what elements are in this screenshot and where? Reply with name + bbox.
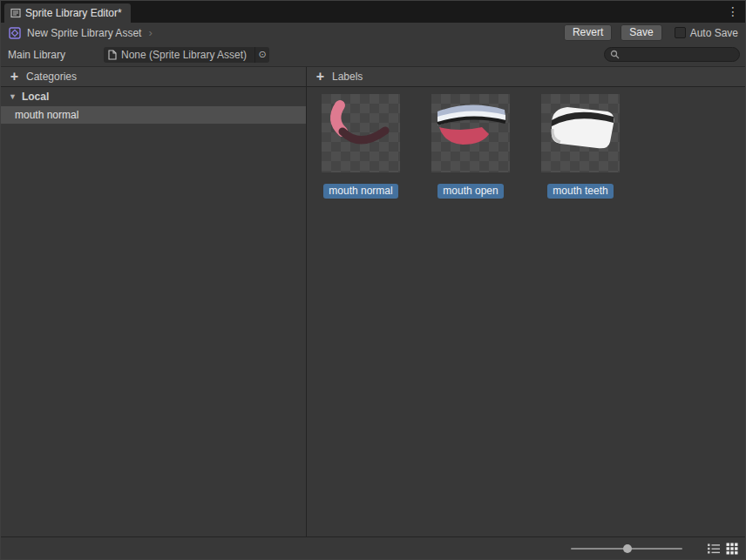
categories-header: + Categories xyxy=(1,67,307,86)
footer-bar xyxy=(1,536,745,559)
categories-title: Categories xyxy=(26,71,77,83)
add-category-icon[interactable]: + xyxy=(9,71,20,83)
breadcrumb-chevron-icon: › xyxy=(148,26,152,39)
sprite-library-tab-icon xyxy=(10,8,21,18)
asset-file-icon xyxy=(108,50,117,60)
search-input[interactable] xyxy=(623,49,734,61)
grid-view-icon[interactable] xyxy=(725,542,739,556)
auto-save-label: Auto Save xyxy=(690,27,738,39)
auto-save-checkbox[interactable] xyxy=(675,27,686,38)
window-menu-icon[interactable]: ⋮ xyxy=(726,3,740,19)
sprite-thumbnail-mouth-normal[interactable] xyxy=(322,94,400,172)
labels-header: + Labels xyxy=(307,67,745,86)
breadcrumb[interactable]: New Sprite Library Asset xyxy=(27,27,141,39)
sprite-card-mouth-open[interactable]: mouth open xyxy=(431,94,510,199)
mouth-teeth-sprite xyxy=(541,94,620,172)
sprite-card-mouth-normal[interactable]: mouth normal xyxy=(322,94,400,199)
main-library-label: Main Library xyxy=(8,49,104,61)
category-item-mouth-normal[interactable]: mouth normal xyxy=(1,106,306,124)
search-icon xyxy=(610,50,620,59)
sprite-library-editor-window: Sprite Library Editor* ⋮ New Sprite Libr… xyxy=(0,0,746,560)
sprite-thumbnail-mouth-teeth[interactable] xyxy=(541,94,620,172)
thumbnail-zoom-slider[interactable] xyxy=(571,548,682,550)
object-picker-icon[interactable]: ⊙ xyxy=(254,47,269,63)
local-foldout[interactable]: ▼ Local xyxy=(1,87,306,106)
categories-panel: ▼ Local mouth normal xyxy=(1,87,307,536)
label-chip-mouth-open[interactable]: mouth open xyxy=(437,184,503,199)
revert-button[interactable]: Revert xyxy=(564,24,612,41)
toolbar: New Sprite Library Asset › Revert Save A… xyxy=(1,23,745,43)
sprite-card-mouth-teeth[interactable]: mouth teeth xyxy=(541,94,620,199)
sprite-library-asset-icon xyxy=(8,26,22,40)
list-view-icon[interactable] xyxy=(707,542,721,556)
zoom-slider-handle[interactable] xyxy=(623,544,632,553)
sprite-thumbnail-mouth-open[interactable] xyxy=(431,94,510,172)
tab-strip: Sprite Library Editor* ⋮ xyxy=(1,1,745,23)
save-button[interactable]: Save xyxy=(621,24,661,41)
mouth-normal-sprite xyxy=(322,94,400,172)
tab-title: Sprite Library Editor* xyxy=(25,7,122,19)
local-foldout-label: Local xyxy=(22,91,49,103)
main-library-object-field[interactable]: None (Sprite Library Asset) ⊙ xyxy=(104,47,269,63)
panels: ▼ Local mouth normal mouth normal xyxy=(1,87,745,536)
mouth-open-sprite xyxy=(431,94,510,172)
foldout-triangle-icon: ▼ xyxy=(9,92,17,101)
main-library-object-value: None (Sprite Library Asset) xyxy=(121,49,254,61)
label-chip-mouth-normal[interactable]: mouth normal xyxy=(323,184,397,199)
search-field[interactable] xyxy=(604,47,740,62)
labels-title: Labels xyxy=(332,71,363,83)
panel-headers: + Categories + Labels xyxy=(1,66,745,87)
label-chip-mouth-teeth[interactable]: mouth teeth xyxy=(547,184,613,199)
main-library-row: Main Library None (Sprite Library Asset)… xyxy=(1,43,745,66)
add-label-icon[interactable]: + xyxy=(315,71,326,83)
tab-sprite-library-editor[interactable]: Sprite Library Editor* xyxy=(4,3,131,23)
labels-panel: mouth normal mouth open xyxy=(307,87,745,536)
